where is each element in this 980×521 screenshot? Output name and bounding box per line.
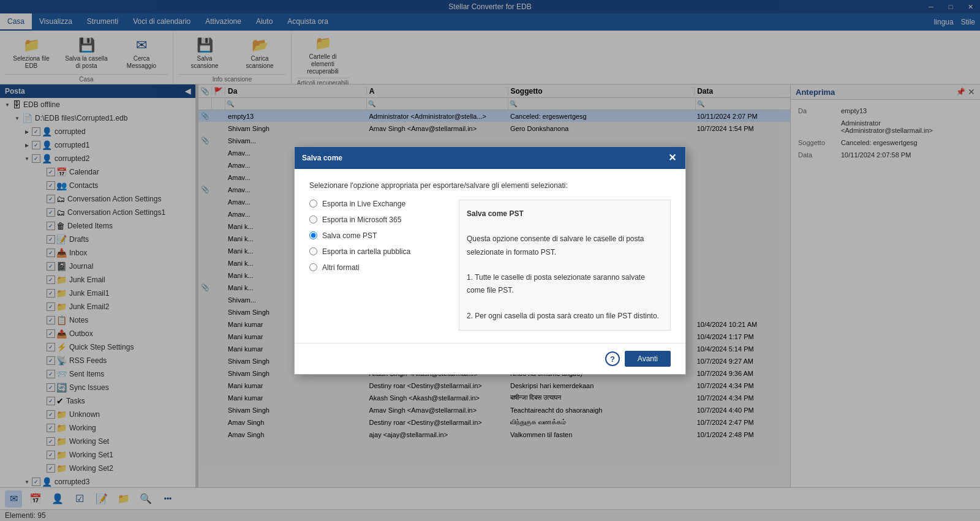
radio-microsoft365[interactable] [309,216,317,223]
option-save-pst-label: Salva come PST [322,231,377,240]
option-public-folder[interactable]: Esporta in cartella pubblica [309,247,444,256]
modal-title: Salva come [302,154,342,162]
option-save-pst[interactable]: Salva come PST [309,231,444,240]
modal-right-description: Questa opzione consente di salvare le ca… [467,234,644,257]
modal-right-title: Salva come PST [467,209,524,218]
radio-public-folder[interactable] [309,247,317,255]
modal-options-left: Esporta in Live Exchange Esporta in Micr… [309,200,444,331]
option-microsoft365[interactable]: Esporta in Microsoft 365 [309,216,444,224]
modal-header: Salva come ✕ [295,147,685,169]
modal-body: Selezionare l'opzione appropriata per es… [295,169,685,343]
radio-live-exchange[interactable] [309,200,317,208]
option-microsoft365-label: Esporta in Microsoft 365 [322,216,401,224]
option-live-exchange[interactable]: Esporta in Live Exchange [309,200,444,208]
option-live-exchange-label: Esporta in Live Exchange [322,200,405,208]
option-other-formats[interactable]: Altri formati [309,263,444,272]
modal-options: Esporta in Live Exchange Esporta in Micr… [309,200,671,331]
modal-save-as: Salva come ✕ Selezionare l'opzione appro… [294,146,686,375]
modal-close-button[interactable]: ✕ [666,152,678,164]
radio-save-pst[interactable] [309,231,317,239]
modal-right-point1: 1. Tutte le caselle di posta selezionate… [467,273,645,295]
modal-overlay: Salva come ✕ Selezionare l'opzione appro… [0,0,980,521]
radio-other-formats[interactable] [309,263,317,271]
option-public-folder-label: Esporta in cartella pubblica [322,247,410,256]
modal-right-panel: Salva come PST Questa opzione consente d… [459,200,671,331]
modal-help-button[interactable]: ? [605,351,620,366]
modal-description: Selezionare l'opzione appropriata per es… [309,181,671,190]
option-other-formats-label: Altri formati [322,263,360,272]
modal-right-point2: 2. Per ogni casella di posta sarà creato… [467,312,659,320]
modal-next-button[interactable]: Avanti [625,351,671,367]
modal-footer: ? Avanti [295,343,685,374]
